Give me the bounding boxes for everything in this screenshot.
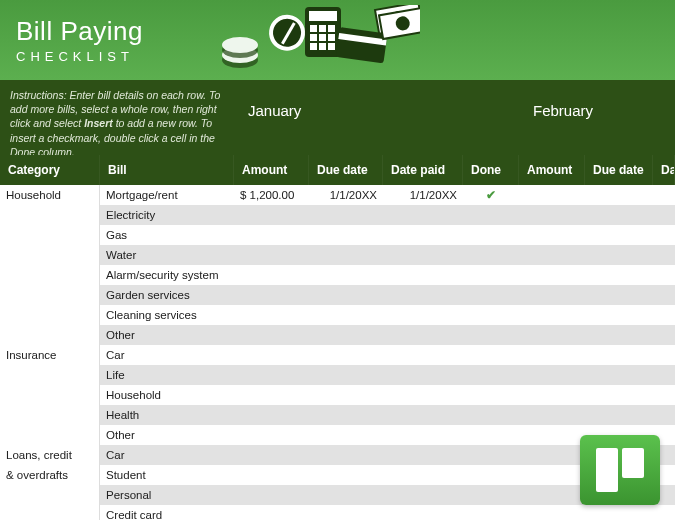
amount-cell-2[interactable]	[519, 285, 585, 305]
amount-cell-2[interactable]	[519, 205, 585, 225]
amount-cell[interactable]	[234, 285, 309, 305]
due-date-cell-2[interactable]	[585, 505, 653, 520]
done-cell[interactable]	[463, 365, 519, 385]
amount-cell-2[interactable]	[519, 225, 585, 245]
date-paid-cell-2[interactable]	[653, 205, 675, 225]
category-cell[interactable]	[0, 385, 100, 405]
date-paid-cell-2[interactable]	[653, 285, 675, 305]
category-cell[interactable]	[0, 425, 100, 445]
due-date-cell-2[interactable]	[585, 265, 653, 285]
amount-cell-2[interactable]	[519, 405, 585, 425]
due-date-cell-2[interactable]	[585, 325, 653, 345]
done-cell[interactable]	[463, 385, 519, 405]
date-paid-cell-2[interactable]	[653, 265, 675, 285]
date-paid-cell-2[interactable]	[653, 185, 675, 205]
category-cell[interactable]: Loans, credit	[0, 445, 100, 465]
category-cell[interactable]	[0, 205, 100, 225]
date-paid-cell[interactable]	[383, 285, 463, 305]
due-date-cell[interactable]	[309, 345, 383, 365]
date-paid-cell-2[interactable]	[653, 365, 675, 385]
bill-cell[interactable]: Garden services	[100, 285, 234, 305]
amount-cell[interactable]	[234, 405, 309, 425]
amount-cell[interactable]	[234, 225, 309, 245]
due-date-cell-2[interactable]	[585, 405, 653, 425]
category-cell[interactable]: Insurance	[0, 345, 100, 365]
due-date-cell-2[interactable]	[585, 285, 653, 305]
amount-cell-2[interactable]	[519, 385, 585, 405]
category-cell[interactable]	[0, 245, 100, 265]
amount-cell-2[interactable]	[519, 345, 585, 365]
done-cell[interactable]	[463, 465, 519, 485]
due-date-cell[interactable]	[309, 505, 383, 520]
bill-cell[interactable]: Electricity	[100, 205, 234, 225]
amount-cell-2[interactable]	[519, 465, 585, 485]
due-date-cell[interactable]	[309, 305, 383, 325]
amount-cell-2[interactable]	[519, 325, 585, 345]
bill-cell[interactable]: Gas	[100, 225, 234, 245]
amount-cell-2[interactable]	[519, 485, 585, 505]
amount-cell-2[interactable]	[519, 185, 585, 205]
amount-cell-2[interactable]	[519, 265, 585, 285]
amount-cell-2[interactable]	[519, 425, 585, 445]
bill-cell[interactable]: Student	[100, 465, 234, 485]
amount-cell[interactable]	[234, 345, 309, 365]
amount-cell[interactable]	[234, 365, 309, 385]
bill-cell[interactable]: Health	[100, 405, 234, 425]
amount-cell-2[interactable]	[519, 305, 585, 325]
date-paid-cell[interactable]	[383, 465, 463, 485]
due-date-cell[interactable]	[309, 265, 383, 285]
due-date-cell[interactable]	[309, 325, 383, 345]
category-cell[interactable]	[0, 225, 100, 245]
amount-cell[interactable]	[234, 385, 309, 405]
due-date-cell-2[interactable]	[585, 245, 653, 265]
due-date-cell[interactable]	[309, 285, 383, 305]
category-cell[interactable]	[0, 285, 100, 305]
category-cell[interactable]: Household	[0, 185, 100, 205]
date-paid-cell-2[interactable]	[653, 325, 675, 345]
date-paid-cell[interactable]	[383, 445, 463, 465]
amount-cell[interactable]	[234, 425, 309, 445]
amount-cell-2[interactable]	[519, 245, 585, 265]
bill-cell[interactable]: Car	[100, 445, 234, 465]
due-date-cell[interactable]	[309, 205, 383, 225]
amount-cell-2[interactable]	[519, 505, 585, 520]
due-date-cell[interactable]: 1/1/20XX	[309, 185, 383, 205]
bill-cell[interactable]: Mortgage/rent	[100, 185, 234, 205]
bill-cell[interactable]: Cleaning services	[100, 305, 234, 325]
date-paid-cell[interactable]	[383, 265, 463, 285]
done-cell[interactable]	[463, 245, 519, 265]
done-cell[interactable]	[463, 205, 519, 225]
amount-cell[interactable]	[234, 205, 309, 225]
due-date-cell[interactable]	[309, 445, 383, 465]
amount-cell[interactable]	[234, 245, 309, 265]
due-date-cell[interactable]	[309, 225, 383, 245]
category-cell[interactable]	[0, 405, 100, 425]
done-cell[interactable]: ✔	[463, 185, 519, 205]
date-paid-cell[interactable]	[383, 345, 463, 365]
date-paid-cell[interactable]	[383, 325, 463, 345]
date-paid-cell[interactable]: 1/1/20XX	[383, 185, 463, 205]
bill-cell[interactable]: Household	[100, 385, 234, 405]
category-cell[interactable]	[0, 265, 100, 285]
due-date-cell-2[interactable]	[585, 305, 653, 325]
done-cell[interactable]	[463, 445, 519, 465]
done-cell[interactable]	[463, 505, 519, 520]
date-paid-cell[interactable]	[383, 505, 463, 520]
done-cell[interactable]	[463, 265, 519, 285]
bill-cell[interactable]: Other	[100, 325, 234, 345]
done-cell[interactable]	[463, 425, 519, 445]
date-paid-cell-2[interactable]	[653, 345, 675, 365]
amount-cell[interactable]	[234, 465, 309, 485]
date-paid-cell[interactable]	[383, 205, 463, 225]
bill-cell[interactable]: Alarm/security system	[100, 265, 234, 285]
date-paid-cell-2[interactable]	[653, 385, 675, 405]
bill-cell[interactable]: Credit card	[100, 505, 234, 520]
due-date-cell[interactable]	[309, 485, 383, 505]
due-date-cell-2[interactable]	[585, 185, 653, 205]
category-cell[interactable]	[0, 505, 100, 520]
amount-cell-2[interactable]	[519, 365, 585, 385]
category-cell[interactable]	[0, 325, 100, 345]
date-paid-cell[interactable]	[383, 365, 463, 385]
bill-cell[interactable]: Car	[100, 345, 234, 365]
done-cell[interactable]	[463, 485, 519, 505]
